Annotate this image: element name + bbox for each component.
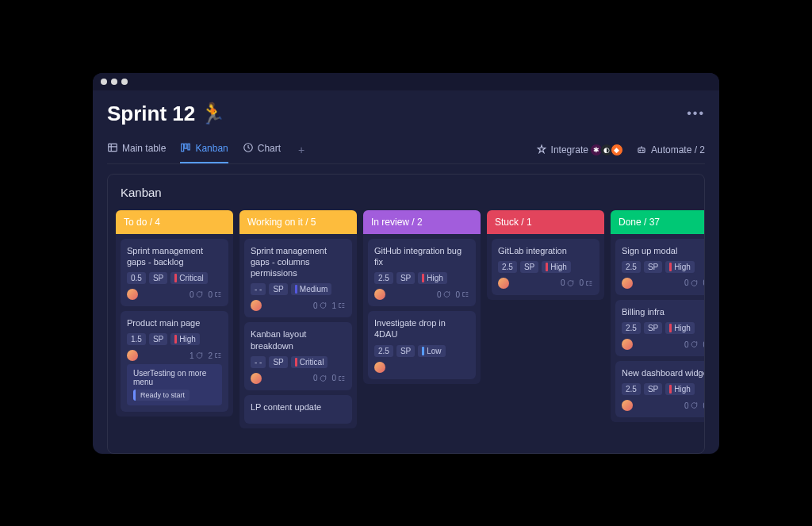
card-title: Sprint management gaps - columns permiss… (251, 245, 346, 279)
comments-count[interactable]: 0 (437, 290, 451, 299)
card-meta: 0 0 (684, 278, 704, 287)
kanban-card[interactable]: GitLab integration 2.5 SP High 0 0 (492, 239, 599, 295)
priority-badge: High (418, 272, 447, 284)
integrate-button[interactable]: Integrate ✱ ◐ ◆ (536, 144, 623, 156)
tab-kanban[interactable]: Kanban (180, 137, 228, 163)
assignee-avatar[interactable] (127, 289, 138, 300)
kanban-card[interactable]: Sign up modal 2.5 SP High 0 0 (615, 239, 704, 295)
kanban-card[interactable]: LP content update (244, 395, 352, 424)
assignee-avatar[interactable] (374, 362, 385, 373)
column-body[interactable]: GitHub integration bug fix 2.5 SP High 0… (363, 234, 481, 384)
kanban-card[interactable]: Kanban layout breakdown - - SP Critical … (244, 322, 352, 390)
add-view-button[interactable]: + (295, 144, 308, 156)
tab-main-table[interactable]: Main table (107, 137, 166, 163)
assignee-avatar[interactable] (251, 300, 262, 311)
subitems-count[interactable]: 0 (208, 290, 222, 299)
card-meta: 0 0 (190, 290, 222, 299)
kanban-card[interactable]: Billing infra 2.5 SP High 0 0 (615, 300, 704, 356)
integrate-icon (536, 144, 547, 155)
card-footer: 0 0 (127, 289, 222, 300)
column-header[interactable]: Stuck / 1 (487, 210, 604, 234)
card-badges: 2.5 SP High (622, 322, 704, 334)
story-points-badge: 2.5 (622, 261, 641, 273)
sp-label-badge: SP (149, 272, 167, 284)
board-title: Kanban (108, 175, 704, 210)
comments-count[interactable]: 1 (190, 351, 204, 360)
page-title: Sprint 12 🏃 (107, 102, 225, 126)
assignee-avatar[interactable] (127, 350, 138, 361)
window-dot[interactable] (121, 79, 128, 85)
runner-emoji-icon: 🏃 (200, 102, 225, 126)
column-body[interactable]: GitLab integration 2.5 SP High 0 0 (487, 234, 604, 300)
story-points-badge: 2.5 (374, 345, 393, 357)
sp-label-badge: SP (269, 356, 287, 368)
kanban-columns[interactable]: To do / 4Sprint management gaps - backlo… (108, 210, 704, 453)
subitems-count[interactable]: 0 (703, 340, 704, 349)
assignee-avatar[interactable] (498, 278, 509, 289)
card-footer (374, 362, 469, 373)
card-title: Billing infra (622, 306, 704, 317)
kanban-card[interactable]: Sprint management gaps - backlog 0.5 SP … (121, 239, 228, 307)
sp-label-badge: SP (644, 383, 662, 395)
sp-label-badge: SP (644, 322, 662, 334)
integration-icons: ✱ ◐ ◆ (592, 144, 623, 156)
more-menu-button[interactable]: ••• (687, 106, 705, 121)
assignee-avatar[interactable] (622, 339, 633, 350)
comments-count[interactable]: 0 (561, 278, 575, 287)
comments-count[interactable]: 0 (684, 278, 699, 287)
automate-button[interactable]: Automate / 2 (636, 144, 705, 155)
kanban-card[interactable]: Sprint management gaps - columns permiss… (244, 239, 352, 318)
card-meta: 0 0 (313, 374, 346, 382)
subitems-count[interactable]: 2 (208, 351, 222, 360)
subitems-count[interactable]: 0 (579, 278, 593, 287)
assignee-avatar[interactable] (374, 289, 385, 300)
status-chip[interactable]: Ready to start (133, 390, 190, 401)
card-footer: 0 0 (622, 278, 704, 289)
card-title: GitHub integration bug fix (374, 245, 469, 268)
window-dot[interactable] (101, 79, 107, 85)
kanban-card[interactable]: New dashboard widget 2.5 SP High 0 0 (615, 361, 704, 417)
column-header[interactable]: To do / 4 (116, 210, 233, 234)
comments-count[interactable]: 0 (313, 301, 327, 310)
card-badges: 2.5 SP High (622, 261, 704, 273)
card-footer: 0 0 (251, 373, 346, 384)
window-titlebar (93, 73, 719, 90)
tab-chart[interactable]: Chart (243, 137, 281, 163)
column-header[interactable]: Done / 37 (611, 210, 704, 234)
priority-badge: High (665, 261, 695, 273)
assignee-avatar[interactable] (622, 278, 633, 289)
subitems-count[interactable]: 0 (703, 278, 704, 287)
kanban-column: Stuck / 1GitLab integration 2.5 SP High … (487, 210, 604, 445)
card-badges: 2.5 SP High (622, 383, 704, 395)
column-body[interactable]: Sign up modal 2.5 SP High 0 0 Billing in… (611, 234, 704, 423)
card-title: Product main page (127, 317, 222, 328)
kanban-icon (180, 142, 191, 155)
priority-badge: Critical (291, 356, 328, 368)
card-footer: 0 0 (374, 289, 469, 300)
window-dot[interactable] (111, 79, 117, 85)
comments-count[interactable]: 0 (190, 290, 204, 299)
sp-label-badge: SP (269, 283, 287, 295)
subitems-count[interactable]: 0 (455, 290, 469, 299)
subitems-count[interactable]: 1 (331, 301, 346, 310)
robot-icon (636, 144, 647, 155)
column-body[interactable]: Sprint management gaps - columns permiss… (239, 234, 357, 429)
subitems-count[interactable]: 0 (331, 374, 346, 382)
integrate-label: Integrate (551, 144, 588, 155)
comments-count[interactable]: 0 (684, 340, 699, 349)
assignee-avatar[interactable] (622, 400, 633, 411)
subitem-card[interactable]: UserTesting on more menu Ready to start (127, 364, 222, 405)
kanban-card[interactable]: Product main page 1.5 SP High 1 2 UserTe… (121, 311, 228, 412)
subitems-count[interactable]: 0 (703, 401, 704, 410)
kanban-card[interactable]: Investigate drop in 4DAU 2.5 SP Low (368, 311, 476, 379)
card-title: Kanban layout breakdown (251, 328, 346, 351)
column-header[interactable]: In review / 2 (363, 210, 481, 234)
assignee-avatar[interactable] (251, 373, 262, 384)
column-header[interactable]: Working on it / 5 (239, 210, 357, 234)
kanban-card[interactable]: GitHub integration bug fix 2.5 SP High 0… (368, 239, 476, 307)
column-body[interactable]: Sprint management gaps - backlog 0.5 SP … (116, 234, 233, 417)
comments-count[interactable]: 0 (313, 374, 327, 382)
comments-count[interactable]: 0 (684, 401, 699, 410)
story-points-badge: 1.5 (127, 333, 146, 345)
tab-label: Kanban (195, 143, 228, 154)
